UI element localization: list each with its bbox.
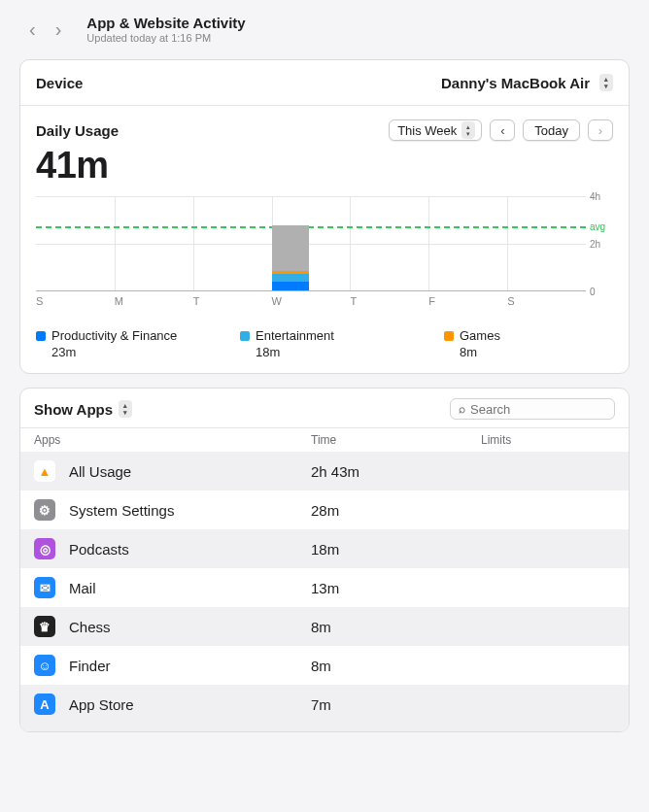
x-tick-label: T xyxy=(193,295,272,307)
x-tick-label: M xyxy=(115,295,193,307)
chart-y-axis: 4h2h0avg xyxy=(586,196,613,291)
search-icon: ⌕ xyxy=(459,402,465,416)
chart-x-axis: SMTWTFS xyxy=(36,295,613,307)
total-usage: 41m xyxy=(36,145,613,186)
legend-value: 8m xyxy=(460,345,580,359)
y-tick-label: 0 xyxy=(590,287,596,297)
legend-label: Productivity & Finance xyxy=(51,328,177,343)
y-tick-label: 4h xyxy=(590,191,600,202)
nav-forward-button[interactable]: › xyxy=(55,18,62,41)
x-tick-label: S xyxy=(36,295,115,307)
device-selected: Danny's MacBook Air xyxy=(441,75,590,91)
table-row xyxy=(20,724,629,731)
nav-back-button[interactable]: ‹ xyxy=(29,18,36,41)
gear-icon: ⚙ xyxy=(34,499,55,521)
legend-label: Games xyxy=(460,328,500,343)
chart-legend: Productivity & Finance 23m Entertainment… xyxy=(36,328,613,359)
today-button[interactable]: Today xyxy=(523,119,580,141)
usage-chart xyxy=(36,196,586,291)
prev-period-button[interactable]: ‹ xyxy=(490,119,515,141)
app-name: Finder xyxy=(69,658,311,674)
layers-icon: ▲ xyxy=(34,460,55,482)
dropdown-stepper-icon: ▴▾ xyxy=(599,74,613,91)
legend-item: Productivity & Finance 23m xyxy=(36,328,221,359)
page-title: App & Website Activity xyxy=(86,15,245,31)
apps-panel: Show Apps ▴▾ ⌕ Apps Time Limits ▲ All Us… xyxy=(19,388,630,732)
next-period-button[interactable]: › xyxy=(588,119,613,141)
x-tick-label: F xyxy=(428,295,507,307)
appstore-icon: A xyxy=(34,694,55,715)
table-row[interactable]: ☺ Finder 8m xyxy=(20,646,629,685)
x-tick-label: T xyxy=(350,295,428,307)
device-select[interactable]: Danny's MacBook Air ▴▾ xyxy=(441,74,613,91)
legend-label: Entertainment xyxy=(256,328,334,343)
col-limits-header: Limits xyxy=(481,433,615,447)
table-row[interactable]: ⚙ System Settings 28m xyxy=(20,491,629,529)
app-name: System Settings xyxy=(69,502,311,519)
page-subtitle: Updated today at 1:16 PM xyxy=(86,32,245,44)
app-name: Podcasts xyxy=(69,541,311,558)
col-apps-header: Apps xyxy=(34,433,311,447)
legend-swatch xyxy=(36,331,46,341)
table-row[interactable]: A App Store 7m xyxy=(20,685,629,724)
usage-label: Daily Usage xyxy=(36,122,119,139)
chart-bar xyxy=(272,225,309,290)
y-tick-label: 2h xyxy=(590,239,600,250)
app-name: App Store xyxy=(69,696,311,713)
table-row[interactable]: ✉ Mail 13m xyxy=(20,568,629,607)
range-select[interactable]: This Week ▴▾ xyxy=(389,119,482,141)
app-name: Mail xyxy=(69,580,311,596)
app-time: 28m xyxy=(311,502,481,519)
x-tick-label: S xyxy=(507,295,586,307)
legend-swatch xyxy=(444,331,454,341)
mail-icon: ✉ xyxy=(34,577,55,598)
app-time: 18m xyxy=(311,541,481,558)
search-field[interactable]: ⌕ xyxy=(450,398,615,420)
col-time-header: Time xyxy=(311,433,481,447)
show-apps-select[interactable]: Show Apps ▴▾ xyxy=(34,400,132,418)
table-row[interactable]: ▲ All Usage 2h 43m xyxy=(20,452,629,491)
x-tick-label: W xyxy=(272,295,351,307)
app-time: 7m xyxy=(311,696,481,713)
usage-panel: Device Danny's MacBook Air ▴▾ Daily Usag… xyxy=(19,59,630,374)
table-header: Apps Time Limits xyxy=(20,427,629,452)
legend-item: Games 8m xyxy=(444,328,580,359)
app-name: All Usage xyxy=(69,463,311,480)
chess-icon: ♛ xyxy=(34,616,55,637)
device-label: Device xyxy=(36,75,83,91)
avg-label: avg xyxy=(590,221,605,232)
search-input[interactable] xyxy=(470,402,606,417)
dropdown-stepper-icon: ▴▾ xyxy=(119,400,132,418)
finder-icon: ☺ xyxy=(34,655,55,676)
legend-item: Entertainment 18m xyxy=(240,328,425,359)
app-time: 8m xyxy=(311,619,481,635)
app-time: 2h 43m xyxy=(311,463,481,480)
app-time: 8m xyxy=(311,658,481,674)
app-time: 13m xyxy=(311,580,481,596)
legend-swatch xyxy=(240,331,250,341)
podcasts-icon: ◎ xyxy=(34,538,55,559)
table-row[interactable]: ♛ Chess 8m xyxy=(20,607,629,646)
app-name: Chess xyxy=(69,619,311,635)
table-row[interactable]: ◎ Podcasts 18m xyxy=(20,529,629,568)
dropdown-stepper-icon: ▴▾ xyxy=(461,121,475,139)
legend-value: 18m xyxy=(256,345,425,359)
legend-value: 23m xyxy=(51,345,221,359)
